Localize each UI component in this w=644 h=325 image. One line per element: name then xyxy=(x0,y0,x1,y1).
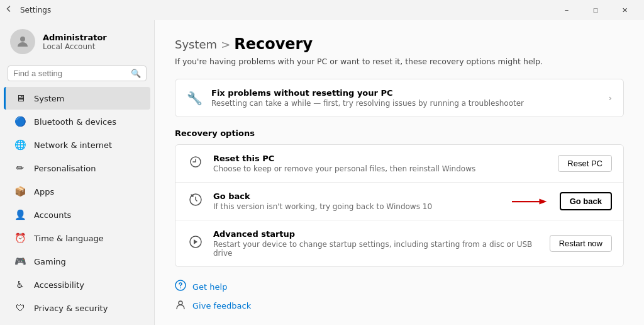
sidebar-item-system-label: System xyxy=(34,94,64,103)
sidebar-item-gaming-label: Gaming xyxy=(34,257,66,266)
sidebar-item-accounts[interactable]: 👤Accounts xyxy=(4,203,150,226)
help-icon xyxy=(175,280,186,294)
titlebar: Settings − □ ✕ xyxy=(0,0,644,20)
advanced-startup-title: Advanced startup xyxy=(213,229,541,239)
feedback-icon xyxy=(175,299,186,312)
svg-marker-4 xyxy=(539,198,547,204)
privacy-nav-icon: 🛡 xyxy=(14,302,26,314)
sidebar-item-time[interactable]: ⏰Time & language xyxy=(4,227,150,249)
window-title: Settings xyxy=(20,6,552,14)
sidebar-item-gaming[interactable]: 🎮Gaming xyxy=(4,250,150,273)
page-description: If you're having problems with your PC o… xyxy=(175,57,624,66)
reset-pc-text: Reset this PC Choose to keep or remove y… xyxy=(213,154,549,173)
search-box[interactable]: 🔍 xyxy=(8,66,147,81)
close-button[interactable]: ✕ xyxy=(610,0,639,20)
sidebar-nav: 🖥System🔵Bluetooth & devices🌐Network & in… xyxy=(0,86,154,320)
content-area: System > Recovery If you're having probl… xyxy=(154,20,644,325)
sidebar-item-accessibility-label: Accessibility xyxy=(34,280,84,290)
sidebar-item-personalisation[interactable]: ✏️Personalisation xyxy=(4,157,150,180)
sidebar-item-time-label: Time & language xyxy=(34,234,104,243)
maximize-button[interactable]: □ xyxy=(581,0,610,20)
reset-pc-button[interactable]: Reset PC xyxy=(558,155,612,172)
go-back-action: Go back xyxy=(512,192,612,210)
account-type: Local Account xyxy=(43,42,107,51)
give-feedback-label: Give feedback xyxy=(192,301,251,311)
sidebar-item-accounts-label: Accounts xyxy=(34,210,71,220)
recovery-options-title: Recovery options xyxy=(175,128,624,138)
breadcrumb: System > Recovery xyxy=(175,35,624,53)
apps-nav-icon: 📦 xyxy=(14,185,26,198)
personalisation-nav-icon: ✏️ xyxy=(14,162,26,174)
sidebar-item-system[interactable]: 🖥System xyxy=(4,87,150,110)
user-info: Administrator Local Account xyxy=(43,33,107,51)
user-profile[interactable]: Administrator Local Account xyxy=(0,20,154,63)
get-help-link[interactable]: Get help xyxy=(175,280,624,294)
go-back-text: Go back If this version isn't working, t… xyxy=(213,191,503,211)
breadcrumb-separator: > xyxy=(221,38,230,51)
username: Administrator xyxy=(43,33,107,42)
footer-links: Get help Give feedback xyxy=(175,280,624,312)
fix-card-title: Fix problems without resetting your PC xyxy=(211,88,609,98)
sidebar-item-accessibility[interactable]: ♿Accessibility xyxy=(4,273,150,296)
gaming-nav-icon: 🎮 xyxy=(14,255,26,268)
network-nav-icon: 🌐 xyxy=(14,139,26,151)
reset-pc-description: Choose to keep or remove your personal f… xyxy=(213,164,549,173)
give-feedback-link[interactable]: Give feedback xyxy=(175,299,624,312)
sidebar-item-apps-label: Apps xyxy=(34,187,54,197)
fix-problems-card[interactable]: 🔧 Fix problems without resetting your PC… xyxy=(175,79,624,117)
advanced-startup-description: Restart your device to change startup se… xyxy=(213,240,541,258)
advanced-startup-option: Advanced startup Restart your device to … xyxy=(175,220,623,266)
svg-point-7 xyxy=(180,287,181,288)
arrow-annotation xyxy=(512,195,550,208)
breadcrumb-parent[interactable]: System xyxy=(175,38,217,51)
go-back-option: Go back If this version isn't working, t… xyxy=(175,183,623,220)
restart-now-button[interactable]: Restart now xyxy=(550,235,612,252)
go-back-button[interactable]: Go back xyxy=(560,192,612,210)
go-back-icon xyxy=(187,192,204,210)
page-title: Recovery xyxy=(234,35,313,53)
accounts-nav-icon: 👤 xyxy=(14,208,26,221)
window-controls: − □ ✕ xyxy=(552,0,639,20)
time-nav-icon: ⏰ xyxy=(14,232,26,244)
search-icon: 🔍 xyxy=(131,69,141,78)
minimize-button[interactable]: − xyxy=(552,0,581,20)
sidebar: Administrator Local Account 🔍 🖥System🔵Bl… xyxy=(0,20,154,325)
fix-card-description: Resetting can take a while — first, try … xyxy=(211,99,609,108)
go-back-description: If this version isn't working, try going… xyxy=(213,202,503,211)
chevron-right-icon: › xyxy=(609,93,612,103)
reset-pc-title: Reset this PC xyxy=(213,154,549,163)
wrench-icon: 🔧 xyxy=(187,91,203,106)
sidebar-item-privacy-label: Privacy & security xyxy=(34,304,108,313)
bluetooth-nav-icon: 🔵 xyxy=(14,115,26,128)
advanced-startup-text: Advanced startup Restart your device to … xyxy=(213,229,541,258)
svg-point-8 xyxy=(179,301,182,305)
main-window: Administrator Local Account 🔍 🖥System🔵Bl… xyxy=(0,20,644,325)
accessibility-nav-icon: ♿ xyxy=(14,278,26,291)
go-back-title: Go back xyxy=(213,191,503,201)
fix-card-text: Fix problems without resetting your PC R… xyxy=(211,88,609,108)
get-help-label: Get help xyxy=(192,282,227,292)
back-icon[interactable] xyxy=(5,5,15,15)
sidebar-item-bluetooth-label: Bluetooth & devices xyxy=(34,117,116,127)
system-nav-icon: 🖥 xyxy=(14,92,26,105)
sidebar-item-network-label: Network & internet xyxy=(34,140,112,150)
recovery-options-list: Reset this PC Choose to keep or remove y… xyxy=(175,144,624,267)
sidebar-item-apps[interactable]: 📦Apps xyxy=(4,180,150,203)
reset-icon xyxy=(187,154,204,173)
sidebar-item-network[interactable]: 🌐Network & internet xyxy=(4,134,150,156)
reset-pc-action: Reset PC xyxy=(558,155,612,172)
advanced-startup-action: Restart now xyxy=(550,235,612,252)
svg-point-0 xyxy=(20,37,25,42)
search-input[interactable] xyxy=(13,69,127,78)
sidebar-item-bluetooth[interactable]: 🔵Bluetooth & devices xyxy=(4,110,150,133)
sidebar-item-personalisation-label: Personalisation xyxy=(34,164,96,173)
avatar xyxy=(10,29,35,54)
reset-pc-option: Reset this PC Choose to keep or remove y… xyxy=(175,145,623,183)
advanced-startup-icon xyxy=(187,234,204,253)
sidebar-item-privacy[interactable]: 🛡Privacy & security xyxy=(4,297,150,319)
